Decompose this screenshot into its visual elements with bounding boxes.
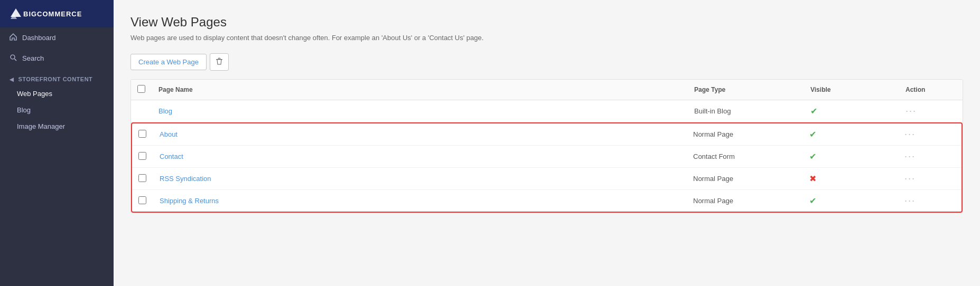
- row-page-name-cell: Blog: [152, 107, 688, 115]
- table-row: About Normal Page ✔ ···: [132, 123, 962, 146]
- chevron-left-icon: ◀: [10, 77, 14, 82]
- svg-marker-0: [11, 8, 21, 17]
- row-action-cell: ···: [899, 106, 963, 117]
- row-checkbox-cell: [132, 196, 153, 206]
- trash-icon: [216, 59, 223, 66]
- table-header: Page Name Page Type Visible Action: [131, 80, 963, 100]
- sidebar-item-dashboard[interactable]: Dashboard: [0, 27, 114, 48]
- svg-line-3: [15, 59, 17, 61]
- svg-rect-5: [218, 58, 220, 59]
- row-page-name-cell: Shipping & Returns: [153, 197, 687, 205]
- header-action: Action: [899, 86, 963, 93]
- row-page-type-cell: Built-in Blog: [688, 107, 804, 115]
- page-name-link[interactable]: RSS Syndication: [160, 175, 211, 183]
- row-page-type-cell: Normal Page: [687, 175, 803, 183]
- visible-cross-icon: ✖: [809, 174, 816, 183]
- highlighted-rows-group: About Normal Page ✔ ··· Contact Contact: [131, 122, 963, 213]
- sidebar-item-search[interactable]: Search: [0, 48, 114, 69]
- table-row: Blog Built-in Blog ✔ ···: [131, 100, 963, 122]
- row-action-cell: ···: [898, 195, 962, 206]
- sidebar-item-search-label: Search: [22, 54, 44, 62]
- table-row: RSS Syndication Normal Page ✖ ···: [132, 168, 962, 190]
- delete-button[interactable]: [210, 53, 229, 71]
- page-name-link[interactable]: About: [160, 130, 178, 138]
- row-visible-cell: ✔: [803, 129, 898, 139]
- row-visible-cell: ✔: [803, 151, 898, 161]
- row-page-name-cell: RSS Syndication: [153, 175, 687, 183]
- table-row: Contact Contact Form ✔ ···: [132, 146, 962, 168]
- sidebar-logo: BIGCOMMERCE: [0, 0, 114, 27]
- row-checkbox[interactable]: [138, 174, 146, 182]
- sidebar-item-dashboard-label: Dashboard: [22, 34, 56, 42]
- header-page-type: Page Type: [688, 86, 804, 93]
- bigcommerce-logo-icon: [8, 6, 23, 21]
- page-name-link[interactable]: Shipping & Returns: [160, 197, 219, 205]
- row-visible-cell: ✔: [803, 196, 898, 206]
- sidebar-item-image-manager[interactable]: Image Manager: [0, 118, 114, 135]
- home-icon: [10, 33, 17, 42]
- row-checkbox-cell: [132, 174, 153, 184]
- sidebar: BIGCOMMERCE Dashboard Search ◀ Storefron…: [0, 0, 114, 286]
- row-page-type-cell: Normal Page: [687, 130, 803, 138]
- row-action-cell: ···: [898, 129, 962, 140]
- web-pages-table: Page Name Page Type Visible Action Blog …: [130, 79, 963, 213]
- sidebar-section-label: Storefront Content: [18, 76, 93, 82]
- page-description: Web pages are used to display content th…: [130, 34, 963, 42]
- toolbar: Create a Web Page: [130, 53, 963, 71]
- sidebar-item-web-pages[interactable]: Web Pages: [0, 85, 114, 102]
- row-checkbox[interactable]: [138, 152, 146, 160]
- sidebar-nav: Dashboard Search ◀ Storefront Content We…: [0, 27, 114, 135]
- page-name-link[interactable]: Contact: [160, 152, 183, 160]
- visible-check-icon: ✔: [809, 130, 816, 139]
- row-page-type-cell: Contact Form: [687, 152, 803, 160]
- header-checkbox: [131, 85, 152, 94]
- sidebar-item-blog[interactable]: Blog: [0, 102, 114, 118]
- header-visible: Visible: [804, 86, 899, 93]
- row-checkbox-cell: [132, 130, 153, 139]
- row-action-cell: ···: [898, 151, 962, 162]
- svg-point-2: [11, 55, 15, 59]
- row-page-name-cell: About: [153, 130, 687, 138]
- header-page-name: Page Name: [152, 86, 688, 93]
- action-menu-trigger[interactable]: ···: [904, 173, 916, 184]
- action-menu-trigger[interactable]: ···: [904, 195, 916, 206]
- row-action-cell: ···: [898, 173, 962, 184]
- row-visible-cell: ✖: [803, 174, 898, 184]
- visible-check-icon: ✔: [809, 152, 816, 161]
- row-checkbox[interactable]: [138, 130, 146, 138]
- row-checkbox-cell: [132, 152, 153, 161]
- row-page-type-cell: Normal Page: [687, 197, 803, 205]
- main-content: View Web Pages Web pages are used to dis…: [114, 0, 980, 286]
- action-menu-trigger[interactable]: ···: [904, 129, 916, 139]
- select-all-checkbox[interactable]: [137, 85, 145, 93]
- row-checkbox[interactable]: [138, 196, 146, 204]
- search-icon: [10, 54, 17, 63]
- page-name-link[interactable]: Blog: [158, 107, 172, 115]
- action-menu-trigger[interactable]: ···: [906, 106, 917, 116]
- page-title: View Web Pages: [130, 15, 963, 30]
- visible-check-icon: ✔: [810, 107, 817, 116]
- visible-check-icon: ✔: [809, 196, 816, 205]
- logo-text: BIGCOMMERCE: [23, 10, 82, 18]
- sidebar-section-storefront[interactable]: ◀ Storefront Content: [0, 69, 114, 85]
- row-page-name-cell: Contact: [153, 152, 687, 160]
- action-menu-trigger[interactable]: ···: [904, 151, 916, 161]
- row-visible-cell: ✔: [804, 106, 899, 116]
- create-web-page-button[interactable]: Create a Web Page: [130, 54, 207, 70]
- table-row: Shipping & Returns Normal Page ✔ ···: [132, 190, 962, 212]
